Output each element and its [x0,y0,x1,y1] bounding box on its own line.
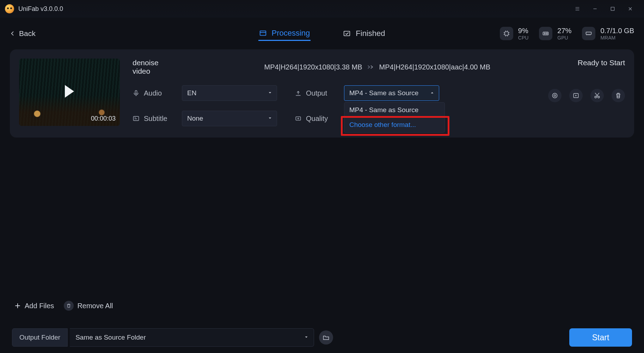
item-actions [548,89,625,102]
maximize-button[interactable] [604,0,621,18]
start-label: Start [592,333,609,342]
svg-rect-0 [611,7,614,10]
format-from: MP4|H264|1920x1080|3.38 MB [264,63,362,71]
stat-cpu: 9% CPU [500,26,529,41]
stat-gpu: 27% GPU [539,26,571,41]
quality-icon [295,115,302,122]
svg-point-12 [554,95,556,97]
svg-rect-3 [505,32,508,35]
gpu-icon [539,27,552,40]
back-button[interactable]: Back [10,29,36,38]
output-folder-label: Output Folder [12,328,68,347]
gpu-value: 27% [557,26,571,35]
list-toolbar: Add Files Remove All [0,301,644,311]
chevron-down-icon [268,115,272,122]
chevron-up-icon [430,89,435,97]
output-folder-select[interactable]: Same as Source Folder [70,328,314,347]
output-select-value: MP4 - Same as Source [349,89,418,97]
quality-label: Quality [295,115,344,123]
item-status: Ready to Start [578,59,625,67]
chevron-down-icon [268,89,272,97]
app-logo-icon [5,4,14,13]
mram-value: 0.7/1.0 GB [600,26,634,35]
trim-button[interactable] [590,89,604,102]
add-files-label: Add Files [25,302,54,310]
output-select[interactable]: MP4 - Same as Source [344,85,439,101]
output-option-same[interactable]: MP4 - Same as Source [344,103,444,117]
remove-all-button[interactable]: Remove All [64,301,113,311]
upload-icon [295,90,302,97]
start-button[interactable]: Start [569,328,632,347]
tab-processing[interactable]: Processing [258,26,311,41]
svg-point-6 [546,33,547,34]
stat-mram: 0.7/1.0 GB MRAM [582,26,634,41]
subtitle-select-value: None [187,115,203,122]
delete-button[interactable] [612,89,625,102]
format-to: MP4|H264|1920x1080|aac|4.00 MB [379,63,490,71]
audio-select[interactable]: EN [182,85,277,101]
tab-processing-label: Processing [272,29,310,38]
svg-point-11 [552,93,557,98]
close-button[interactable] [621,0,639,18]
header: Back Processing Finished 9% CPU 27 [0,18,644,49]
subtitle-label: Subtitle [133,115,182,123]
svg-rect-7 [586,32,591,35]
microphone-icon [133,90,140,97]
cpu-icon [500,27,513,40]
video-thumbnail[interactable]: 00:00:03 [19,59,120,126]
subtitle-icon [133,115,140,122]
thumbnail-duration: 00:00:03 [91,115,116,122]
chevron-down-icon [304,334,309,341]
cpu-value: 9% [518,26,529,35]
menu-button[interactable] [569,0,586,18]
back-label: Back [19,29,36,38]
audio-label: Audio [133,89,182,97]
browse-folder-button[interactable] [319,330,333,345]
add-files-button[interactable]: Add Files [14,302,54,310]
footer: Output Folder Same as Source Folder Star… [0,328,644,347]
app-title: UniFab v3.0.0.0 [18,5,63,13]
output-option-other[interactable]: Choose other format... [344,117,444,132]
minimize-button[interactable] [586,0,604,18]
svg-rect-1 [260,31,266,35]
output-dropdown: MP4 - Same as Source Choose other format… [344,102,445,133]
trash-icon [64,301,74,311]
video-item-card: 00:00:03 denoise video MP4|H264|1920x108… [10,49,634,138]
svg-rect-8 [135,91,137,94]
nav-tabs: Processing Finished [258,26,386,41]
svg-point-5 [544,33,545,34]
arrow-right-icon [367,63,374,71]
system-stats: 9% CPU 27% GPU 0.7/1.0 GB MRAM [500,26,634,41]
output-folder-value: Same as Source Folder [75,334,146,341]
svg-rect-2 [344,31,350,36]
tab-finished[interactable]: Finished [342,27,386,40]
titlebar: UniFab v3.0.0.0 [0,0,644,18]
play-icon [65,85,74,98]
video-name: denoise video [133,59,159,75]
gpu-label: GPU [557,35,571,41]
ram-icon [582,27,595,40]
format-info: MP4|H264|1920x1080|3.38 MB MP4|H264|1920… [264,63,490,71]
preview-button[interactable] [569,89,583,102]
cpu-label: CPU [518,35,529,41]
output-label: Output [295,89,344,97]
mram-label: MRAM [600,35,634,41]
tab-finished-label: Finished [356,29,385,38]
subtitle-select[interactable]: None [182,111,277,126]
remove-all-label: Remove All [77,302,113,310]
audio-select-value: EN [187,89,196,97]
settings-button[interactable] [548,89,562,102]
